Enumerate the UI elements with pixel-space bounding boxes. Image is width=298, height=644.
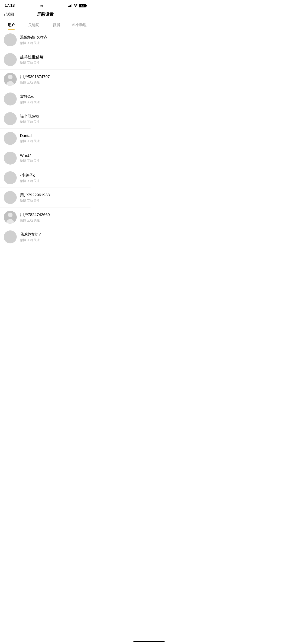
user-tags: 微博 互动 关注 <box>20 61 87 65</box>
user-name: -小鸽子o <box>20 173 87 178</box>
status-time: 17:13 <box>5 3 15 8</box>
user-info: Whst7微博 互动 关注 <box>20 153 87 163</box>
user-info: -小鸽子o微博 互动 关注 <box>20 173 87 183</box>
user-info: 温婉蚂蚁吃甜点微博 互动 关注 <box>20 35 87 45</box>
user-tags: 微博 互动 关注 <box>20 100 87 104</box>
user-tags: 微博 互动 关注 <box>20 120 87 124</box>
user-tags: 微博 互动 关注 <box>20 179 87 183</box>
user-name: Whst7 <box>20 153 87 158</box>
page-title: 屏蔽设置 <box>37 12 54 17</box>
user-info: 用户5391674797微博 互动 关注 <box>20 74 87 84</box>
user-info: 喵个咪owo微博 互动 关注 <box>20 114 87 124</box>
tab-ai[interactable]: AI小助理 <box>68 20 91 30</box>
user-name: 熬得过世俗嘛 <box>20 54 87 60</box>
user-tags: 微博 互动 关注 <box>20 238 87 242</box>
back-button[interactable]: ‹ 返回 <box>4 12 14 17</box>
list-item[interactable]: 用户7824742660微博 互动 关注 <box>0 208 91 227</box>
user-tags: 微博 互动 关注 <box>20 41 87 45</box>
list-item[interactable]: Whst7微博 互动 关注 <box>0 148 91 168</box>
list-item[interactable]: 熬得过世俗嘛微博 互动 关注 <box>0 50 91 70</box>
list-item[interactable]: 喵个咪owo微博 互动 关注 <box>0 109 91 129</box>
avatar <box>4 230 17 244</box>
user-info: Dantall微博 互动 关注 <box>20 134 87 143</box>
avatar <box>4 132 17 145</box>
user-name: 宸轩Zzc <box>20 94 87 99</box>
status-icons: 82 <box>68 4 86 8</box>
avatar <box>4 53 17 66</box>
user-info: 宸轩Zzc微博 互动 关注 <box>20 94 87 104</box>
battery-icon: 82 <box>79 4 86 8</box>
user-info: 用户7824742660微博 互动 关注 <box>20 212 87 222</box>
list-item[interactable]: Dantall微博 互动 关注 <box>0 129 91 148</box>
avatar <box>4 73 17 86</box>
user-name: 温婉蚂蚁吃甜点 <box>20 35 87 40</box>
status-bar: 17:13 🛏 82 <box>0 0 91 10</box>
list-item[interactable]: 用户5391674797微博 互动 关注 <box>0 70 91 89</box>
list-item[interactable]: 我J被拍大了微博 互动 关注 <box>0 227 91 247</box>
bed-icon: 🛏 <box>40 4 43 8</box>
user-tags: 微博 互动 关注 <box>20 218 87 222</box>
avatar <box>4 152 17 164</box>
list-item[interactable]: 用户7922961933微博 互动 关注 <box>0 188 91 208</box>
user-list: 温婉蚂蚁吃甜点微博 互动 关注熬得过世俗嘛微博 互动 关注 用户53916747… <box>0 30 91 247</box>
avatar <box>4 171 17 184</box>
user-tags: 微博 互动 关注 <box>20 139 87 143</box>
user-info: 用户7922961933微博 互动 关注 <box>20 192 87 203</box>
avatar <box>4 34 17 46</box>
user-name: 我J被拍大了 <box>20 232 87 237</box>
user-tags: 微博 互动 关注 <box>20 80 87 84</box>
tab-weibo[interactable]: 微博 <box>45 20 68 30</box>
list-item[interactable]: -小鸽子o微博 互动 关注 <box>0 168 91 188</box>
user-info: 我J被拍大了微博 互动 关注 <box>20 232 87 242</box>
list-item[interactable]: 宸轩Zzc微博 互动 关注 <box>0 89 91 109</box>
user-name: Dantall <box>20 134 87 138</box>
user-tags: 微博 互动 关注 <box>20 199 87 203</box>
tab-bar: 用户 关键词 微博 AI小助理 <box>0 20 91 30</box>
user-tags: 微博 互动 关注 <box>20 159 87 163</box>
tab-keywords[interactable]: 关键词 <box>23 20 46 30</box>
list-item[interactable]: 温婉蚂蚁吃甜点微博 互动 关注 <box>0 30 91 50</box>
avatar <box>4 92 17 106</box>
user-info: 熬得过世俗嘛微博 互动 关注 <box>20 54 87 65</box>
user-name: 用户7922961933 <box>20 192 87 198</box>
wifi-icon <box>74 4 78 8</box>
user-name: 喵个咪owo <box>20 114 87 119</box>
back-chevron-icon: ‹ <box>4 12 5 17</box>
back-label: 返回 <box>6 12 14 17</box>
nav-bar: ‹ 返回 屏蔽设置 <box>0 10 91 20</box>
avatar <box>4 112 17 125</box>
avatar <box>4 191 17 204</box>
user-name: 用户7824742660 <box>20 212 87 218</box>
avatar <box>4 211 17 224</box>
signal-icon <box>68 4 72 7</box>
user-name: 用户5391674797 <box>20 74 87 80</box>
tab-users[interactable]: 用户 <box>0 20 23 30</box>
